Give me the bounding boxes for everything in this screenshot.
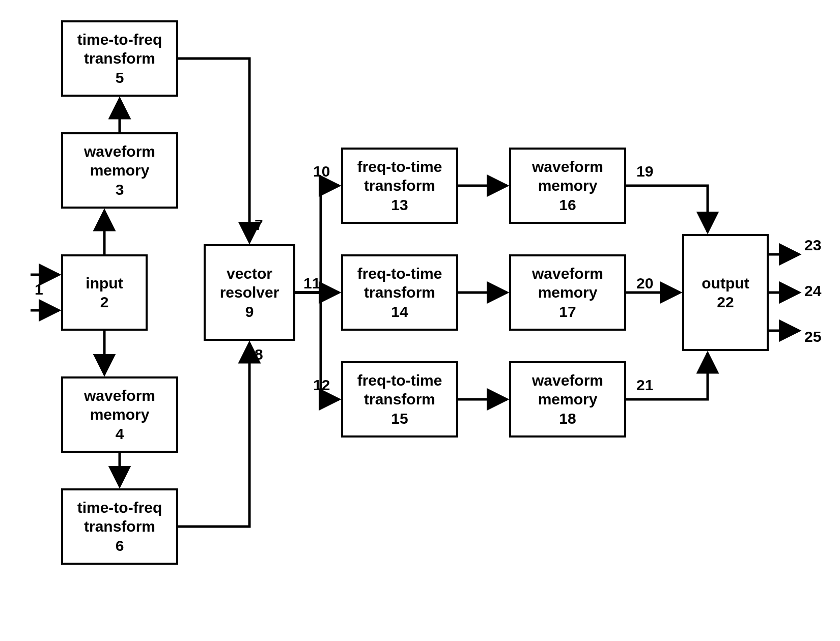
block-label: transform bbox=[364, 390, 435, 409]
label-23: 23 bbox=[804, 237, 821, 254]
block-label: memory bbox=[538, 283, 598, 302]
block-output: output 22 bbox=[682, 234, 769, 351]
label-25: 25 bbox=[804, 328, 821, 345]
label-1: 1 bbox=[35, 281, 43, 298]
block-label: output bbox=[702, 274, 749, 293]
block-number: 22 bbox=[717, 293, 734, 312]
block-number: 16 bbox=[559, 195, 576, 215]
block-label: transform bbox=[364, 283, 435, 302]
block-label: transform bbox=[84, 49, 155, 68]
block-waveform-memory-17: waveform memory 17 bbox=[509, 254, 626, 331]
block-label: input bbox=[86, 274, 123, 293]
block-number: 2 bbox=[100, 293, 109, 312]
block-input: input 2 bbox=[61, 254, 148, 331]
block-label: vector bbox=[227, 264, 272, 283]
block-number: 9 bbox=[245, 302, 254, 322]
label-19: 19 bbox=[636, 163, 653, 180]
block-freq-to-time-13: freq-to-time transform 13 bbox=[341, 148, 458, 224]
block-time-to-freq-6: time-to-freq transform 6 bbox=[61, 488, 178, 565]
block-number: 18 bbox=[559, 409, 576, 428]
block-waveform-memory-16: waveform memory 16 bbox=[509, 148, 626, 224]
block-freq-to-time-15: freq-to-time transform 15 bbox=[341, 361, 458, 438]
label-24: 24 bbox=[804, 282, 821, 300]
block-number: 4 bbox=[116, 424, 124, 444]
label-10: 10 bbox=[313, 163, 330, 180]
block-label: freq-to-time bbox=[357, 157, 442, 177]
block-freq-to-time-14: freq-to-time transform 14 bbox=[341, 254, 458, 331]
block-number: 15 bbox=[391, 409, 408, 428]
label-7: 7 bbox=[255, 216, 263, 234]
block-waveform-memory-4: waveform memory 4 bbox=[61, 376, 178, 453]
block-label: transform bbox=[84, 517, 155, 536]
block-label: time-to-freq bbox=[77, 30, 162, 49]
block-label: memory bbox=[538, 176, 598, 195]
block-number: 17 bbox=[559, 302, 576, 322]
block-label: freq-to-time bbox=[357, 371, 442, 390]
block-label: time-to-freq bbox=[77, 498, 162, 517]
block-number: 3 bbox=[116, 180, 124, 199]
block-label: waveform bbox=[84, 142, 155, 161]
label-12: 12 bbox=[313, 376, 330, 394]
block-label: waveform bbox=[532, 371, 603, 390]
block-number: 14 bbox=[391, 302, 408, 322]
block-number: 13 bbox=[391, 195, 408, 215]
label-11: 11 bbox=[303, 275, 320, 292]
block-label: waveform bbox=[84, 386, 155, 405]
label-20: 20 bbox=[636, 275, 653, 292]
block-waveform-memory-18: waveform memory 18 bbox=[509, 361, 626, 438]
block-number: 6 bbox=[116, 536, 124, 556]
label-21: 21 bbox=[636, 376, 653, 394]
block-number: 5 bbox=[116, 68, 124, 88]
block-label: memory bbox=[90, 405, 150, 424]
block-label: waveform bbox=[532, 157, 603, 177]
block-time-to-freq-5: time-to-freq transform 5 bbox=[61, 20, 178, 97]
block-label: waveform bbox=[532, 264, 603, 283]
block-waveform-memory-3: waveform memory 3 bbox=[61, 132, 178, 209]
block-label: transform bbox=[364, 176, 435, 195]
label-8: 8 bbox=[255, 346, 263, 363]
block-label: freq-to-time bbox=[357, 264, 442, 283]
block-label: memory bbox=[538, 390, 598, 409]
block-vector-resolver: vector resolver 9 bbox=[204, 244, 295, 341]
block-label: resolver bbox=[220, 283, 279, 302]
block-label: memory bbox=[90, 161, 150, 180]
